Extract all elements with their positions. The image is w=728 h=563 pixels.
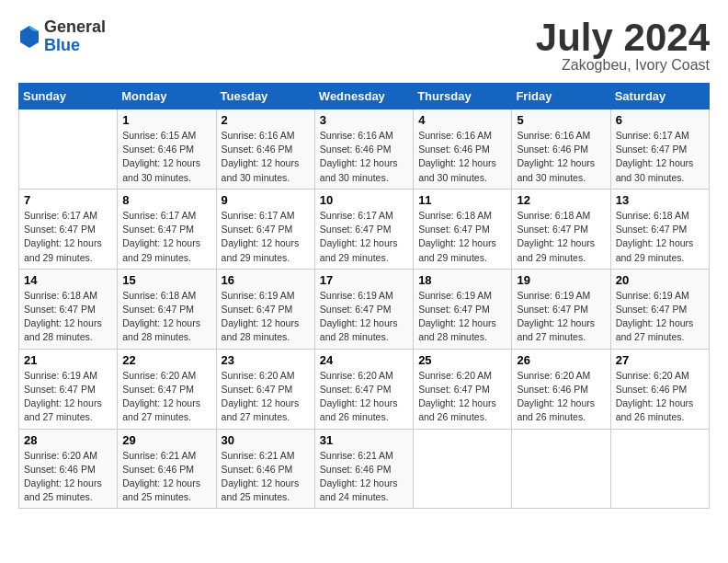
day-info: Sunrise: 6:18 AMSunset: 6:47 PMDaylight:…: [24, 289, 112, 345]
day-cell: 1Sunrise: 6:15 AMSunset: 6:46 PMDaylight…: [118, 109, 216, 190]
day-cell: [610, 429, 709, 509]
day-cell: 17Sunrise: 6:19 AMSunset: 6:47 PMDayligh…: [314, 269, 413, 349]
header-cell-thursday: Thursday: [414, 84, 512, 109]
day-cell: 20Sunrise: 6:19 AMSunset: 6:47 PMDayligh…: [610, 269, 709, 349]
day-cell: 12Sunrise: 6:18 AMSunset: 6:47 PMDayligh…: [512, 189, 610, 269]
day-info: Sunrise: 6:19 AMSunset: 6:47 PMDaylight:…: [320, 289, 408, 345]
header-cell-saturday: Saturday: [610, 84, 709, 109]
day-info: Sunrise: 6:20 AMSunset: 6:46 PMDaylight:…: [517, 369, 605, 425]
day-cell: 5Sunrise: 6:16 AMSunset: 6:46 PMDaylight…: [512, 109, 610, 190]
day-number: 13: [616, 193, 704, 207]
header-cell-sunday: Sunday: [19, 84, 118, 109]
day-number: 12: [517, 193, 605, 207]
day-info: Sunrise: 6:17 AMSunset: 6:47 PMDaylight:…: [616, 129, 704, 185]
week-row-4: 21Sunrise: 6:19 AMSunset: 6:47 PMDayligh…: [19, 349, 710, 429]
day-number: 1: [122, 113, 210, 127]
day-cell: 23Sunrise: 6:20 AMSunset: 6:47 PMDayligh…: [216, 349, 314, 429]
day-info: Sunrise: 6:16 AMSunset: 6:46 PMDaylight:…: [320, 129, 408, 185]
day-number: 17: [320, 273, 408, 287]
day-cell: 6Sunrise: 6:17 AMSunset: 6:47 PMDaylight…: [610, 109, 709, 190]
day-cell: 22Sunrise: 6:20 AMSunset: 6:47 PMDayligh…: [118, 349, 216, 429]
day-number: 2: [222, 113, 310, 127]
day-cell: 19Sunrise: 6:19 AMSunset: 6:47 PMDayligh…: [512, 269, 610, 349]
day-cell: 9Sunrise: 6:17 AMSunset: 6:47 PMDaylight…: [216, 189, 314, 269]
logo-general: General: [44, 18, 106, 37]
day-cell: 21Sunrise: 6:19 AMSunset: 6:47 PMDayligh…: [19, 349, 118, 429]
day-number: 29: [122, 433, 210, 447]
day-cell: 4Sunrise: 6:16 AMSunset: 6:46 PMDaylight…: [414, 109, 512, 190]
day-cell: 26Sunrise: 6:20 AMSunset: 6:46 PMDayligh…: [512, 349, 610, 429]
day-info: Sunrise: 6:17 AMSunset: 6:47 PMDaylight:…: [320, 209, 408, 265]
day-cell: 3Sunrise: 6:16 AMSunset: 6:46 PMDaylight…: [314, 109, 413, 190]
day-cell: 13Sunrise: 6:18 AMSunset: 6:47 PMDayligh…: [610, 189, 709, 269]
day-number: 9: [222, 193, 310, 207]
svg-marker-0: [20, 26, 39, 48]
day-number: 27: [616, 353, 704, 367]
day-number: 8: [122, 193, 210, 207]
header-cell-tuesday: Tuesday: [216, 84, 314, 109]
day-cell: 24Sunrise: 6:20 AMSunset: 6:47 PMDayligh…: [314, 349, 413, 429]
day-cell: 7Sunrise: 6:17 AMSunset: 6:47 PMDaylight…: [19, 189, 118, 269]
day-info: Sunrise: 6:16 AMSunset: 6:46 PMDaylight:…: [418, 129, 506, 185]
day-info: Sunrise: 6:17 AMSunset: 6:47 PMDaylight:…: [122, 209, 210, 265]
day-number: 14: [24, 273, 112, 287]
calendar-table: SundayMondayTuesdayWednesdayThursdayFrid…: [18, 83, 710, 509]
day-info: Sunrise: 6:20 AMSunset: 6:46 PMDaylight:…: [24, 449, 112, 505]
day-info: Sunrise: 6:20 AMSunset: 6:47 PMDaylight:…: [222, 369, 310, 425]
day-info: Sunrise: 6:16 AMSunset: 6:46 PMDaylight:…: [517, 129, 605, 185]
day-info: Sunrise: 6:17 AMSunset: 6:47 PMDaylight:…: [24, 209, 112, 265]
day-info: Sunrise: 6:18 AMSunset: 6:47 PMDaylight:…: [418, 209, 506, 265]
day-number: 18: [418, 273, 506, 287]
day-cell: 27Sunrise: 6:20 AMSunset: 6:46 PMDayligh…: [610, 349, 709, 429]
day-cell: [19, 109, 118, 190]
day-info: Sunrise: 6:20 AMSunset: 6:47 PMDaylight:…: [418, 369, 506, 425]
day-info: Sunrise: 6:19 AMSunset: 6:47 PMDaylight:…: [222, 289, 310, 345]
logo-blue: Blue: [44, 37, 106, 55]
day-cell: 29Sunrise: 6:21 AMSunset: 6:46 PMDayligh…: [118, 429, 216, 509]
day-info: Sunrise: 6:19 AMSunset: 6:47 PMDaylight:…: [24, 369, 112, 425]
week-row-3: 14Sunrise: 6:18 AMSunset: 6:47 PMDayligh…: [19, 269, 710, 349]
day-info: Sunrise: 6:21 AMSunset: 6:46 PMDaylight:…: [320, 449, 408, 505]
day-number: 28: [24, 433, 112, 447]
day-info: Sunrise: 6:17 AMSunset: 6:47 PMDaylight:…: [222, 209, 310, 265]
logo: General Blue: [18, 18, 106, 55]
day-number: 31: [320, 433, 408, 447]
location: Zakogbeu, Ivory Coast: [536, 57, 710, 74]
day-info: Sunrise: 6:20 AMSunset: 6:46 PMDaylight:…: [616, 369, 704, 425]
day-cell: 8Sunrise: 6:17 AMSunset: 6:47 PMDaylight…: [118, 189, 216, 269]
day-info: Sunrise: 6:21 AMSunset: 6:46 PMDaylight:…: [222, 449, 310, 505]
day-cell: 14Sunrise: 6:18 AMSunset: 6:47 PMDayligh…: [19, 269, 118, 349]
day-info: Sunrise: 6:21 AMSunset: 6:46 PMDaylight:…: [122, 449, 210, 505]
day-info: Sunrise: 6:18 AMSunset: 6:47 PMDaylight:…: [616, 209, 704, 265]
month-title: July 2024: [536, 18, 710, 57]
day-cell: 15Sunrise: 6:18 AMSunset: 6:47 PMDayligh…: [118, 269, 216, 349]
week-row-1: 1Sunrise: 6:15 AMSunset: 6:46 PMDaylight…: [19, 109, 710, 190]
day-info: Sunrise: 6:20 AMSunset: 6:47 PMDaylight:…: [122, 369, 210, 425]
day-number: 19: [517, 273, 605, 287]
day-number: 10: [320, 193, 408, 207]
day-cell: [414, 429, 512, 509]
header-row: SundayMondayTuesdayWednesdayThursdayFrid…: [19, 84, 710, 109]
day-info: Sunrise: 6:19 AMSunset: 6:47 PMDaylight:…: [616, 289, 704, 345]
day-number: 22: [122, 353, 210, 367]
day-cell: 2Sunrise: 6:16 AMSunset: 6:46 PMDaylight…: [216, 109, 314, 190]
day-info: Sunrise: 6:15 AMSunset: 6:46 PMDaylight:…: [122, 129, 210, 185]
logo-icon: [18, 24, 40, 50]
day-number: 30: [222, 433, 310, 447]
day-number: 26: [517, 353, 605, 367]
day-number: 20: [616, 273, 704, 287]
day-info: Sunrise: 6:19 AMSunset: 6:47 PMDaylight:…: [418, 289, 506, 345]
header-cell-monday: Monday: [118, 84, 216, 109]
day-cell: 28Sunrise: 6:20 AMSunset: 6:46 PMDayligh…: [19, 429, 118, 509]
day-number: 24: [320, 353, 408, 367]
day-number: 4: [418, 113, 506, 127]
calendar-header: SundayMondayTuesdayWednesdayThursdayFrid…: [19, 84, 710, 109]
header-cell-wednesday: Wednesday: [314, 84, 413, 109]
day-info: Sunrise: 6:18 AMSunset: 6:47 PMDaylight:…: [122, 289, 210, 345]
day-cell: 10Sunrise: 6:17 AMSunset: 6:47 PMDayligh…: [314, 189, 413, 269]
week-row-2: 7Sunrise: 6:17 AMSunset: 6:47 PMDaylight…: [19, 189, 710, 269]
day-number: 23: [222, 353, 310, 367]
day-cell: 30Sunrise: 6:21 AMSunset: 6:46 PMDayligh…: [216, 429, 314, 509]
header-cell-friday: Friday: [512, 84, 610, 109]
day-number: 25: [418, 353, 506, 367]
